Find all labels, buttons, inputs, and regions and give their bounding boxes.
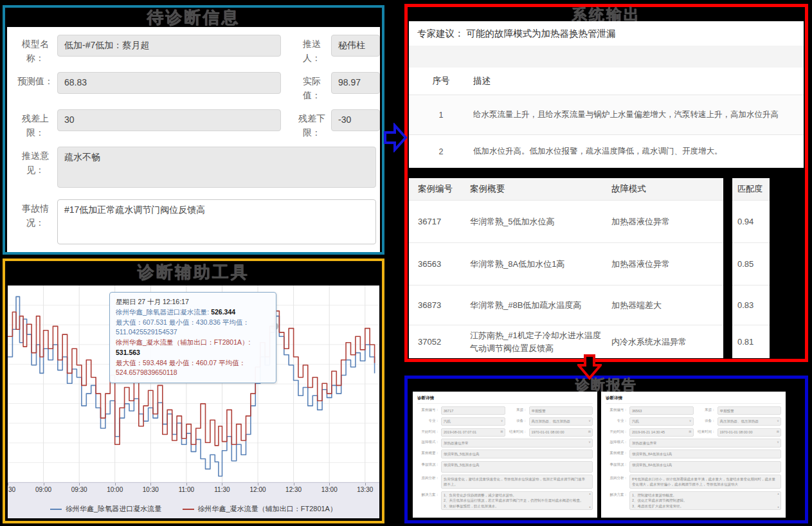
actual-value-label: 实际值： <box>298 75 326 102</box>
residual-upper-input[interactable]: 30 <box>57 109 281 131</box>
x-axis-tick-label: 09:00 <box>35 486 51 493</box>
tooltip-series1-stats: 最大值：607.531 最小值：430.836 平均值：511.04255291… <box>116 318 270 338</box>
case-mode-header: 故障模式 <box>611 183 723 195</box>
device-select[interactable]: 高压加热器、低压加热器∨ <box>529 417 593 426</box>
cause-analysis-textarea[interactable]: 8号低加疏水口径小，设计低加逐级疏水量半满，疏水量大，当凝结水量变化期间时，疏水… <box>629 475 781 489</box>
source-label: 来源： <box>694 406 717 412</box>
incident-textarea[interactable]: 华润常熟_8A低加水位1高 <box>629 461 781 473</box>
case-table-header: 案例编号 案例概要 故障模式 <box>409 178 723 200</box>
incident-label: 事故情况： <box>606 461 629 467</box>
tooltip-series2-label: 徐州华鑫_凝水流量（辅加出口：FT2801A）: <box>116 338 250 346</box>
match-score: 0.83 <box>732 285 770 325</box>
case-id-input[interactable]: 36717 <box>441 406 505 415</box>
pending-info-form: 模型名称： 低加-#7低加：蔡月超 推送人： 秘伟柱 预测值： 68.83 实际… <box>7 27 380 252</box>
chevron-down-icon: ∨ <box>689 419 692 424</box>
start-time-input[interactable]: 2019-06-21 14:30:45⊞ <box>629 428 694 437</box>
start-time-label: 开始时间： <box>606 428 629 434</box>
residual-upper-label: 残差上限： <box>17 112 53 140</box>
solution-label: 解决方案： <box>606 491 629 497</box>
predicted-value-input[interactable]: 68.83 <box>57 72 281 94</box>
residual-lower-label: 残差下限： <box>298 112 326 140</box>
residual-lower-input[interactable]: -30 <box>331 109 380 131</box>
device-label: 设备： <box>694 417 717 423</box>
case-id-input[interactable]: 36563 <box>629 406 694 415</box>
summary-input[interactable]: 华润常熟_8A低加水位1高 <box>629 449 781 458</box>
actual-value-input[interactable]: 98.97 <box>331 72 380 94</box>
solution-textarea[interactable]: 1、控制凝结水量波动幅度。 2、优化正常疏水调节阀控制逻辑。 3、考虑改造扩大疏… <box>629 491 781 511</box>
scroll-up-icon[interactable]: ▴ <box>590 493 592 495</box>
scrollbar[interactable]: ▴▾ <box>590 493 592 509</box>
major-select[interactable]: 汽机∨ <box>441 417 505 426</box>
pending-panel-title: 待诊断信息 <box>5 6 382 29</box>
scroll-down-icon[interactable]: ▾ <box>778 506 780 509</box>
case-row[interactable]: 36563 华润常熟_8A低加水位1高 加热器液位异常 <box>409 242 723 285</box>
case-summary: 华润常熟_8A低加水位1高 <box>470 258 611 271</box>
x-axis-tick-label: 11:00 <box>179 486 194 493</box>
major-select[interactable]: 汽机∨ <box>629 417 694 426</box>
legend-item-series2[interactable]: 徐州华鑫_凝水流量（辅加出口：FT2801A） <box>183 504 337 514</box>
incident-textarea[interactable]: #17低加正常疏水调节门阀位反馈高 <box>57 199 376 244</box>
scrollbar[interactable]: ▴▾ <box>778 493 780 509</box>
report-card-36717: 诊断详情 案例编号：36717 来源：早期预警 专业：汽机∨ 设备：高压加热器、… <box>413 392 597 518</box>
end-time-input[interactable]: 1970-01-01 08:00:00⊞ <box>529 428 593 437</box>
fault-mode-select[interactable]: 加热器液位异常∨ <box>629 439 781 447</box>
calendar-icon: ⊞ <box>588 430 591 435</box>
case-table: 案例编号 案例概要 故障模式 36717 华润常熟_5低加水位高 加热器液位异常… <box>409 178 723 358</box>
chart-tooltip: 星期日 27 十月 12:16:17 徐州华鑫_除氧器进口凝水流量: 526.3… <box>109 292 276 383</box>
match-score-column: 匹配度 0.94 0.85 0.83 0.81 <box>732 178 770 358</box>
summary-input[interactable]: 华润常熟_5低加水位高 <box>441 449 593 458</box>
source-input[interactable]: 早期预警 <box>717 406 782 415</box>
source-input[interactable]: 早期预警 <box>529 406 593 415</box>
x-axis-tick-mark <box>8 483 8 485</box>
pusher-input[interactable]: 秘伟柱 <box>331 35 380 57</box>
case-summary-header: 案例概要 <box>470 183 611 195</box>
x-axis-tick-mark <box>329 483 330 485</box>
symptom-no-header: 序号 <box>409 75 473 87</box>
pusher-label: 推送人： <box>298 37 326 65</box>
end-time-label: 结束时间： <box>505 428 529 434</box>
start-time-label: 开始时间： <box>417 428 441 434</box>
tooltip-series2-line: 徐州华鑫_凝水流量（辅加出口：FT2801A）: 531.563 <box>116 338 270 358</box>
expert-advice-box: 专家建议： 可能的故障模式为加热器换热管泄漏 序号 描述 1 给水泵流量上升，且… <box>409 21 804 168</box>
case-row[interactable]: 37052 江苏南热_#1机定子冷却水进水温度气动调节阀位置反馈高 内冷水系统水… <box>409 325 723 358</box>
x-axis-tick-label: 09:30 <box>71 486 87 493</box>
case-row[interactable]: 36873 华润常熟_#8B低加疏水温度高 加热器端差大 <box>409 285 723 325</box>
incident-label: 事故情况： <box>17 202 53 230</box>
x-axis-tick-label: 11:30 <box>214 486 230 493</box>
tooltip-series2-value: 531.563 <box>116 349 140 356</box>
chevron-down-icon: ∨ <box>501 419 503 424</box>
diagnostic-report-panel: 诊断报告 诊断详情 案例编号：36717 来源：早期预警 专业：汽机∨ 设备：高… <box>404 376 808 523</box>
scroll-up-icon[interactable]: ▴ <box>778 493 780 495</box>
model-name-input[interactable]: 低加-#7低加：蔡月超 <box>57 35 281 57</box>
chevron-down-icon: ∨ <box>588 440 591 445</box>
cause-analysis-textarea[interactable]: 负荷快速变化，凝结水流量快速变化，导致低加水位快速波动，低加正常疏水调节阀门速率… <box>441 475 593 489</box>
x-axis-tick-label: 13:00 <box>321 486 338 493</box>
match-header: 匹配度 <box>732 178 770 200</box>
flow-arrow-right-icon <box>384 123 407 152</box>
tooltip-series2-stats: 最大值：593.484 最小值：460.07 平均值：524.657983965… <box>116 358 270 379</box>
start-time-input[interactable]: 2019-08-01 07:07:01⊞ <box>441 428 505 437</box>
incident-textarea[interactable]: 华润常熟_5低加水位高 <box>441 461 593 473</box>
x-axis-tick-mark <box>365 483 366 485</box>
device-select[interactable]: 高压加热器、低压加热器∨ <box>717 417 782 426</box>
legend-item-series1[interactable]: 徐州华鑫_除氧器进口凝水流量 <box>50 504 161 514</box>
symptom-row: 2 低加水位升高。低加水位报警，疏水温度降低，疏水调门、开度增大。 <box>409 134 804 168</box>
major-label: 专业： <box>417 417 441 423</box>
diagnostic-tool-panel: 诊断辅助工具 星期日 27 十月 12:16:17 徐州华鑫_除氧器进口凝水流量… <box>3 258 384 523</box>
push-opinion-textarea[interactable]: 疏水不畅 <box>57 147 376 188</box>
advice-separator-band <box>409 46 804 68</box>
legend-series2-label: 徐州华鑫_凝水流量（辅加出口：FT2801A） <box>198 504 337 514</box>
scroll-down-icon[interactable]: ▾ <box>590 506 592 509</box>
x-axis-tick-label: 30 <box>8 486 15 493</box>
chevron-down-icon: ∨ <box>777 440 779 445</box>
solution-textarea[interactable]: 1、负荷变化步伐协调调整，减少凝结水波动。 2、关注低加水位运行情况，若正常疏水… <box>441 491 593 511</box>
tooltip-timestamp: 星期日 27 十月 12:16:17 <box>116 297 270 307</box>
fault-mode-select[interactable]: 加热器液位异常∨ <box>441 439 593 447</box>
x-axis-tick-mark <box>150 483 151 485</box>
case-row[interactable]: 36717 华润常熟_5低加水位高 加热器液位异常 <box>409 200 723 242</box>
end-time-input[interactable]: 1970-01-01 08:00:00⊞ <box>717 428 782 437</box>
fault-mode-value: 加热器液位异常 <box>444 441 469 445</box>
case-id: 36873 <box>409 300 470 310</box>
device-value: 高压加热器、低压加热器 <box>720 419 759 423</box>
case-mode: 加热器液位异常 <box>611 258 723 270</box>
